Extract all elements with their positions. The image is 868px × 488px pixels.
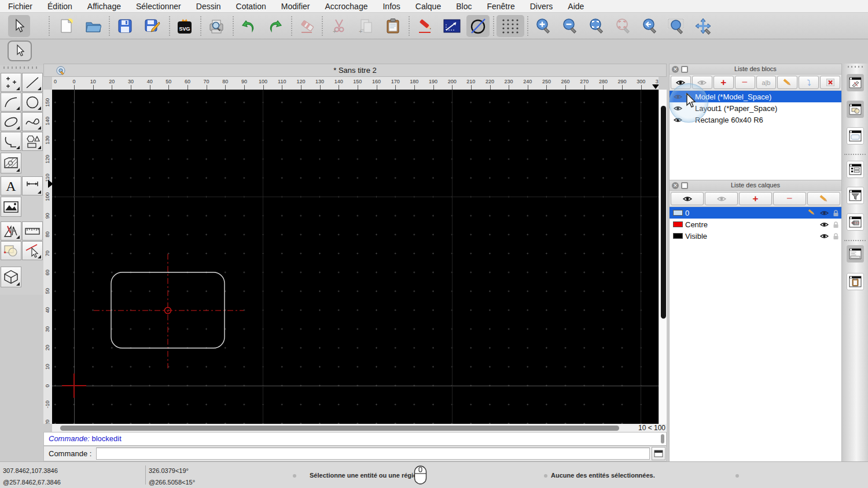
dock-toggle-command[interactable] (847, 245, 864, 263)
dock-drag-handle[interactable] (848, 66, 863, 68)
history-scrollbar[interactable] (660, 434, 665, 445)
document-titlebar[interactable]: * Sans titre 2 (43, 64, 667, 77)
eye-icon[interactable] (820, 233, 829, 239)
remove-layer-button[interactable]: − (773, 192, 806, 205)
edit-block-button[interactable] (777, 76, 797, 89)
spline-tool-button[interactable] (22, 112, 43, 131)
menu-fichier[interactable]: Fichier (8, 2, 32, 11)
layers-panel-header[interactable]: ✕ Liste des calques (670, 180, 841, 191)
canvas-horizontal-scrollbar[interactable] (52, 424, 634, 432)
blocks-panel-header[interactable]: ✕ Liste des blocs (670, 64, 841, 75)
delete-button[interactable] (296, 15, 318, 37)
menu-infos[interactable]: Infos (382, 2, 400, 11)
dock-toggle-media[interactable] (847, 213, 864, 231)
arc-tool-button[interactable] (1, 93, 21, 112)
dock-toggle-clipboard[interactable] (847, 273, 864, 290)
zoom-selected-button[interactable] (612, 15, 634, 37)
menu-calque[interactable]: Calque (415, 2, 441, 11)
insert-block-button[interactable]: ⤵ (799, 76, 819, 89)
save-button[interactable] (114, 15, 136, 37)
dock-toggle-library[interactable] (847, 127, 864, 145)
menu-edition[interactable]: Édition (47, 2, 72, 11)
print-preview-button[interactable] (205, 15, 227, 37)
layer-row-0[interactable]: 0 (670, 207, 841, 219)
explode-button[interactable] (441, 15, 463, 37)
layer-color-swatch[interactable] (673, 210, 683, 216)
layer-color-swatch[interactable] (673, 233, 683, 239)
zoom-window-button[interactable] (665, 15, 687, 37)
block-edit-tool-button[interactable] (1, 241, 21, 260)
lock-icon[interactable] (833, 221, 839, 228)
menu-bloc[interactable]: Bloc (456, 2, 472, 11)
ruler-tool-button[interactable] (22, 221, 43, 241)
pen-attributes-button[interactable] (414, 15, 436, 37)
delete-block-button[interactable] (820, 76, 840, 89)
save-as-button[interactable] (141, 15, 163, 37)
hide-all-layers-button[interactable] (705, 192, 738, 205)
zoom-in-button[interactable] (532, 15, 554, 37)
measure-tool-button[interactable] (1, 221, 21, 241)
remove-block-button[interactable]: − (735, 76, 755, 89)
menu-fenetre[interactable]: Fenêtre (487, 2, 514, 11)
paste-button[interactable] (382, 15, 404, 37)
pan-button[interactable] (692, 15, 714, 37)
text-tool-button[interactable]: A (1, 176, 21, 195)
menu-selectionner[interactable]: Sélectionner (136, 2, 181, 11)
solid-3d-tool-button[interactable] (1, 267, 21, 287)
dock-toggle-filter[interactable] (847, 187, 864, 204)
show-all-layers-button[interactable] (671, 192, 704, 205)
ellipse-tool-button[interactable] (1, 112, 21, 131)
eye-icon[interactable] (820, 221, 829, 228)
eye-icon[interactable] (820, 210, 829, 216)
add-layer-button[interactable]: + (739, 192, 772, 205)
drawing-canvas[interactable] (52, 90, 659, 424)
menu-accrochage[interactable]: Accrochage (325, 2, 368, 11)
svg-export-button[interactable]: SVG (174, 15, 196, 37)
menu-divers[interactable]: Divers (530, 2, 553, 11)
zoom-auto-button[interactable] (586, 15, 608, 37)
zoom-previous-button[interactable] (639, 15, 661, 37)
modify-tool-button[interactable] (22, 241, 43, 260)
menu-dessin[interactable]: Dessin (196, 2, 221, 11)
dimension-tool-button[interactable] (22, 176, 43, 195)
copy-button[interactable]: + (355, 15, 377, 37)
h-scrollbar-thumb[interactable] (60, 426, 619, 431)
lock-icon[interactable] (833, 232, 839, 240)
history-scrollbar-thumb[interactable] (661, 434, 664, 443)
layer-color-swatch[interactable] (673, 221, 683, 227)
zoom-out-button[interactable] (559, 15, 581, 37)
command-input[interactable] (96, 448, 650, 460)
pointer-tool-button[interactable] (8, 15, 30, 37)
command-options-button[interactable] (652, 447, 665, 460)
v-scrollbar-thumb[interactable] (661, 106, 666, 319)
cut-button[interactable]: + (328, 15, 350, 37)
draft-mode-button[interactable] (466, 15, 490, 37)
layer-row-centre[interactable]: Centre (670, 219, 841, 230)
redo-button[interactable] (264, 15, 286, 37)
dock-toggle-entity-list[interactable] (847, 161, 864, 178)
rename-block-button[interactable]: a|b (756, 76, 777, 89)
hatch-tool-button[interactable] (1, 153, 21, 173)
open-file-button[interactable] (82, 15, 104, 37)
menu-cotation[interactable]: Cotation (236, 2, 266, 11)
edit-layer-button[interactable] (807, 192, 840, 205)
add-block-button[interactable]: + (713, 76, 734, 89)
points-tool-button[interactable] (1, 73, 21, 92)
polyline-tool-button[interactable] (1, 132, 21, 151)
layer-row-visible[interactable]: Visible (670, 230, 841, 242)
dock-toggle-blocks[interactable] (847, 74, 864, 91)
image-tool-button[interactable] (1, 197, 21, 217)
grid-toggle-button[interactable] (496, 15, 524, 37)
menu-modifier[interactable]: Modifier (281, 2, 310, 11)
selection-pointer-button[interactable] (8, 40, 32, 61)
pencil-icon[interactable] (808, 209, 816, 216)
dock-toggle-layers[interactable] (847, 101, 864, 118)
lock-icon[interactable] (833, 209, 839, 217)
new-document-button[interactable] (55, 15, 77, 37)
canvas-vertical-scrollbar[interactable] (659, 90, 667, 424)
menu-aide[interactable]: Aide (568, 2, 584, 11)
palette-drag-handle[interactable] (3, 66, 39, 69)
undo-button[interactable] (237, 15, 259, 37)
circle-tool-button[interactable] (22, 93, 43, 112)
line-tool-button[interactable] (22, 73, 43, 92)
